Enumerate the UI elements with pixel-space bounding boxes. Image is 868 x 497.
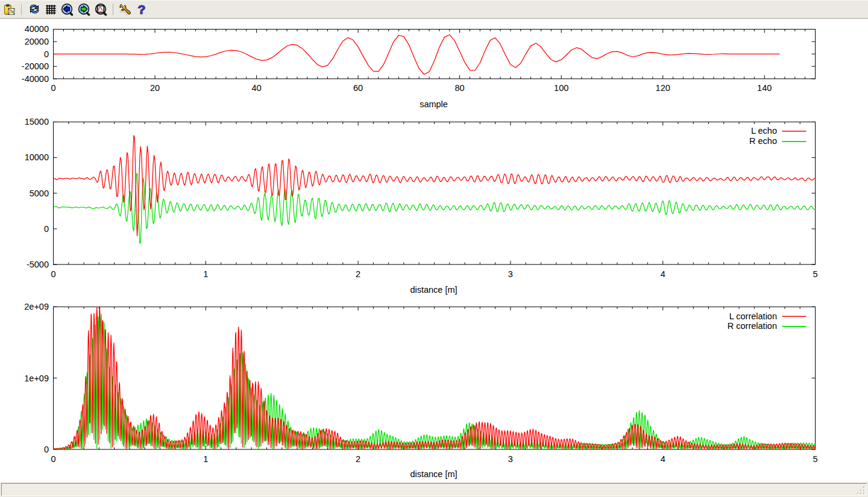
- svg-text:L correlation: L correlation: [729, 311, 777, 321]
- svg-text:2: 2: [356, 269, 360, 279]
- svg-text:15000: 15000: [25, 117, 49, 127]
- svg-text:3: 3: [508, 454, 513, 464]
- svg-text:1: 1: [203, 454, 208, 464]
- svg-text:20000: 20000: [25, 37, 49, 46]
- svg-text:R echo: R echo: [749, 136, 777, 146]
- svg-text:60: 60: [353, 83, 363, 93]
- svg-text:distance [m]: distance [m]: [410, 285, 457, 295]
- svg-text:0: 0: [51, 454, 55, 464]
- svg-text:1e+09: 1e+09: [24, 374, 49, 383]
- svg-text:120: 120: [656, 83, 670, 93]
- svg-text:20: 20: [150, 83, 160, 93]
- svg-text:sample: sample: [420, 99, 448, 109]
- svg-text:?: ?: [138, 3, 146, 16]
- svg-text:distance [m]: distance [m]: [410, 469, 457, 479]
- svg-text:2e+09: 2e+09: [24, 302, 49, 311]
- svg-text:0: 0: [51, 83, 55, 93]
- svg-text:5: 5: [813, 269, 817, 279]
- svg-text:0: 0: [44, 445, 49, 454]
- svg-text:-20000: -20000: [22, 61, 49, 71]
- svg-text:4: 4: [661, 454, 665, 464]
- svg-text:80: 80: [455, 83, 465, 93]
- svg-text:L echo: L echo: [751, 126, 777, 136]
- svg-text:0: 0: [51, 269, 55, 279]
- svg-text:5000: 5000: [30, 189, 49, 198]
- svg-text:R correlation: R correlation: [728, 321, 777, 331]
- svg-text:100: 100: [554, 83, 568, 93]
- svg-text:2: 2: [356, 454, 360, 464]
- svg-text:3: 3: [508, 269, 513, 279]
- svg-text:1: 1: [203, 269, 208, 279]
- svg-text:10000: 10000: [25, 152, 49, 162]
- svg-text:-5000: -5000: [27, 260, 49, 269]
- svg-text:-40000: -40000: [22, 74, 49, 84]
- svg-text:140: 140: [757, 83, 772, 93]
- svg-text:40: 40: [252, 83, 262, 93]
- svg-text:0: 0: [44, 49, 49, 59]
- svg-text:5: 5: [813, 454, 817, 464]
- svg-text:40000: 40000: [25, 24, 49, 34]
- svg-text:4: 4: [661, 269, 665, 279]
- svg-text:0: 0: [44, 224, 49, 234]
